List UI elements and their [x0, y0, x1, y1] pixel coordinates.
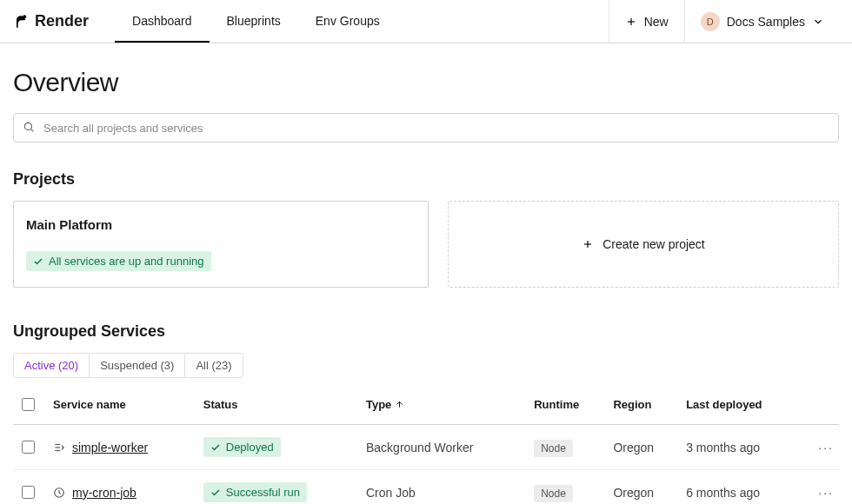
filter-tab-suspended[interactable]: Suspended (3): [89, 354, 184, 377]
plus-icon: [625, 16, 637, 28]
new-button[interactable]: New: [609, 0, 684, 43]
table-row: simple-worker Deployed Background Worker…: [13, 425, 839, 470]
runtime-pill: Node: [534, 440, 573, 457]
search-icon: [23, 121, 35, 136]
select-all-checkbox[interactable]: [22, 398, 35, 411]
service-type: Background Worker: [361, 425, 529, 470]
row-more-button[interactable]: ···: [804, 470, 839, 505]
create-project-label: Create new project: [602, 237, 705, 251]
chevron-down-icon: [812, 16, 824, 28]
status-badge: Successful run: [203, 482, 307, 502]
service-type: Cron Job: [361, 470, 529, 505]
svg-point-3: [24, 123, 31, 129]
check-icon: [210, 487, 221, 498]
filter-tab-label: All (23): [196, 359, 231, 372]
service-last-deployed: 6 months ago: [681, 470, 804, 505]
ungrouped-heading: Ungrouped Services: [13, 322, 839, 341]
project-card-title: Main Platform: [26, 217, 416, 232]
service-region: Oregon: [608, 425, 681, 470]
service-region: Oregon: [608, 470, 681, 505]
col-runtime[interactable]: Runtime: [529, 385, 608, 425]
project-card-main-platform[interactable]: Main Platform All services are up and ru…: [13, 201, 429, 288]
search-input[interactable]: [42, 121, 829, 136]
status-badge: Deployed: [203, 437, 281, 457]
worker-icon: [53, 441, 65, 454]
filter-tab-all[interactable]: All (23): [184, 354, 242, 377]
nav-tab-dashboard[interactable]: Dashboard: [115, 0, 210, 43]
search-field-wrap[interactable]: [13, 113, 839, 143]
status-text: Successful run: [226, 486, 300, 499]
filter-tab-label: Suspended (3): [100, 359, 174, 372]
nav-tab-label: Dashboard: [132, 14, 192, 28]
brand-logo[interactable]: Render: [12, 12, 89, 30]
nav-tab-label: Blueprints: [227, 14, 281, 28]
col-type[interactable]: Type: [361, 385, 529, 425]
brand-name: Render: [35, 12, 89, 30]
service-filter-tabs: Active (20) Suspended (3) All (23): [13, 353, 243, 378]
col-service-name[interactable]: Service name: [48, 385, 198, 425]
workspace-avatar: D: [701, 12, 720, 31]
project-status-badge: All services are up and running: [26, 251, 211, 271]
filter-tab-active[interactable]: Active (20): [14, 354, 89, 377]
filter-tab-label: Active (20): [24, 359, 78, 372]
row-checkbox[interactable]: [22, 486, 35, 499]
table-row: my-cron-job Successful run Cron Job Node…: [13, 470, 839, 505]
row-more-button[interactable]: ···: [804, 425, 839, 470]
new-button-label: New: [644, 15, 669, 29]
main-content: Overview Projects Main Platform All serv…: [0, 43, 852, 504]
nav-tab-blueprints[interactable]: Blueprints: [210, 0, 298, 43]
workspace-name: Docs Samples: [727, 15, 805, 29]
col-checkbox: [13, 385, 48, 425]
service-name-link[interactable]: simple-worker: [72, 441, 148, 454]
svg-point-0: [23, 15, 26, 18]
plus-icon: [582, 238, 594, 250]
col-type-label: Type: [366, 398, 391, 411]
services-table: Service name Status Type Runtime Region …: [13, 385, 839, 504]
check-icon: [33, 256, 43, 267]
project-status-text: All services are up and running: [49, 255, 204, 268]
page-title: Overview: [13, 68, 839, 97]
col-last-deployed[interactable]: Last deployed: [681, 385, 804, 425]
status-text: Deployed: [226, 441, 274, 454]
projects-row: Main Platform All services are up and ru…: [13, 201, 839, 288]
service-last-deployed: 3 months ago: [681, 425, 804, 470]
workspace-switcher[interactable]: D Docs Samples: [684, 0, 840, 43]
render-logo-icon: [12, 13, 30, 30]
check-icon: [210, 442, 221, 453]
col-status[interactable]: Status: [198, 385, 361, 425]
runtime-pill: Node: [534, 485, 573, 502]
row-checkbox[interactable]: [22, 441, 35, 454]
primary-nav: Dashboard Blueprints Env Groups: [115, 0, 397, 43]
nav-tab-label: Env Groups: [316, 14, 380, 28]
nav-tab-envgroups[interactable]: Env Groups: [298, 0, 397, 43]
service-name-link[interactable]: my-cron-job: [72, 486, 136, 500]
cron-icon: [53, 487, 65, 499]
create-project-button[interactable]: Create new project: [448, 201, 839, 288]
col-region[interactable]: Region: [608, 385, 681, 425]
sort-asc-icon: [395, 400, 404, 409]
projects-heading: Projects: [13, 170, 839, 189]
topbar: Render Dashboard Blueprints Env Groups N…: [0, 0, 852, 43]
svg-line-4: [31, 129, 34, 131]
